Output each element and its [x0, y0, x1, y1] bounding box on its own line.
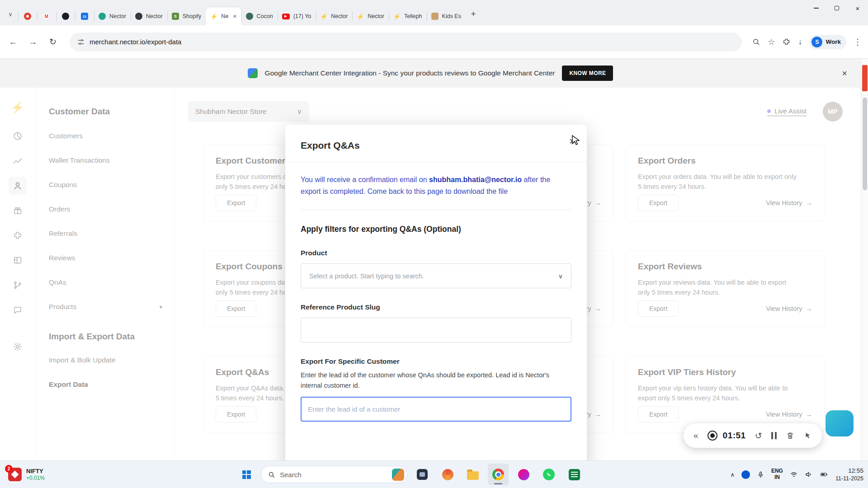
- tab-nector-4[interactable]: ⚡Nector: [352, 7, 389, 25]
- nector-teal-icon: [99, 13, 106, 20]
- kids-site-icon: [431, 13, 439, 20]
- taskbar-search[interactable]: Search: [261, 466, 407, 483]
- forward-button[interactable]: →: [26, 35, 40, 49]
- tab-nector-active[interactable]: ⚡Ne×: [206, 7, 241, 25]
- tab-tellephant[interactable]: ⚡Telleph: [389, 7, 427, 25]
- new-tab-button[interactable]: +: [466, 6, 481, 22]
- youtube-icon: [282, 14, 290, 19]
- window-maximize-button[interactable]: [826, 0, 847, 16]
- stocks-widget[interactable]: 2 NIFTY+0.01%: [5, 461, 48, 488]
- taskbar-app-file-explorer[interactable]: [462, 464, 483, 485]
- scrollbar-thumb[interactable]: [863, 98, 867, 190]
- window-close-button[interactable]: ×: [847, 0, 868, 16]
- stock-icon: 2: [8, 468, 22, 481]
- chatgpt-icon: [62, 13, 69, 20]
- search-highlight-image[interactable]: [392, 469, 404, 481]
- tab-nector-1[interactable]: Nector: [94, 7, 131, 25]
- tab-search-chevron-icon[interactable]: ∨: [3, 6, 18, 22]
- banner-close-icon[interactable]: ×: [842, 68, 847, 79]
- recorder-collapse-icon[interactable]: «: [693, 431, 698, 441]
- address-bar[interactable]: merchant.nector.io/export-data: [70, 33, 742, 52]
- recorder-restart-icon[interactable]: ↺: [755, 431, 762, 441]
- calendar-icon: 11: [81, 13, 88, 20]
- pinned-tab-calendar[interactable]: 11: [75, 7, 94, 25]
- tab-label: Ne: [221, 13, 228, 19]
- reference-slug-input[interactable]: [301, 318, 571, 343]
- modal-title: Export Q&As: [301, 140, 571, 151]
- gmc-icon: [248, 68, 258, 78]
- tab-nector-3[interactable]: ⚡Nector: [316, 7, 352, 25]
- windows-taskbar: 2 NIFTY+0.01% Search ∧ ENGIN: [0, 460, 868, 488]
- browser-menu-icon[interactable]: ⋮: [854, 37, 862, 47]
- nector-bolt-icon: ⚡: [320, 13, 327, 20]
- recorder-cursor-icon[interactable]: [804, 432, 812, 440]
- browser-profile-chip[interactable]: S Work: [809, 35, 846, 49]
- extensions-puzzle-icon[interactable]: [782, 38, 791, 46]
- tray-edge-icon[interactable]: [741, 470, 750, 479]
- desktop-screen: ∨ M 11 Nector Nector SShopify ⚡Ne× Cocon…: [0, 0, 868, 488]
- site-settings-icon[interactable]: [77, 38, 85, 46]
- tab-close-icon[interactable]: ×: [233, 13, 236, 20]
- page-scrollbar[interactable]: [861, 59, 868, 460]
- page-content: Google Merchant Center Integration - Syn…: [0, 59, 868, 460]
- filters-heading: Apply filters for exporting Q&As (Option…: [301, 225, 571, 234]
- tab-label: Kids Es: [442, 13, 461, 19]
- taskbar-app-excel[interactable]: [564, 464, 585, 485]
- tab-label: Shopify: [183, 13, 202, 19]
- product-select-placeholder: Select a product. Start typing to search…: [309, 272, 424, 280]
- system-tray: ∧ ENGIN 12:5511-11-2025: [730, 461, 863, 488]
- battery-icon[interactable]: [820, 470, 829, 479]
- product-label: Product: [301, 249, 571, 257]
- record-stop-button[interactable]: [708, 431, 717, 441]
- profile-name: Work: [826, 38, 841, 45]
- tab-shopify[interactable]: SShopify: [167, 7, 206, 25]
- tab-label: Telleph: [404, 13, 422, 19]
- recorder-extension-icon: [24, 13, 31, 20]
- volume-icon[interactable]: [805, 470, 813, 479]
- pinned-tab-chatgpt[interactable]: [56, 7, 75, 25]
- chat-launcher[interactable]: [826, 410, 854, 436]
- back-button[interactable]: ←: [6, 35, 20, 49]
- recorder-delete-icon[interactable]: [786, 431, 795, 440]
- know-more-button[interactable]: KNOW MORE: [562, 66, 613, 81]
- window-minimize-button[interactable]: [806, 0, 826, 16]
- taskbar-app-taskview[interactable]: [412, 464, 433, 485]
- notification-badge: 2: [5, 465, 13, 473]
- taskbar-center: Search: [236, 461, 585, 488]
- search-placeholder: Search: [280, 471, 387, 479]
- start-button[interactable]: [236, 464, 256, 485]
- specific-customer-label: Export For Specific Customer: [301, 357, 571, 366]
- taskbar-app-chrome[interactable]: [488, 464, 509, 485]
- downloads-icon[interactable]: ↓: [798, 37, 802, 47]
- search-lens-icon[interactable]: [752, 38, 760, 46]
- tab-nector-2[interactable]: Nector: [131, 7, 167, 25]
- export-qas-modal: Export Q&As × You will receive a confirm…: [285, 125, 587, 460]
- language-indicator[interactable]: ENGIN: [771, 468, 783, 481]
- wifi-icon[interactable]: [790, 470, 798, 479]
- browser-tabstrip: ∨ M 11 Nector Nector SShopify ⚡Ne× Cocon…: [0, 0, 868, 25]
- taskbar-clock[interactable]: 12:5511-11-2025: [835, 467, 863, 482]
- reference-slug-label: Reference Product Slug: [301, 303, 571, 311]
- bookmark-star-icon[interactable]: ☆: [768, 37, 775, 47]
- recorder-pause-icon[interactable]: [771, 432, 777, 439]
- taskbar-app-whatsapp[interactable]: [538, 464, 559, 485]
- gmail-icon: M: [43, 13, 50, 20]
- windows-logo-icon: [242, 470, 251, 479]
- tab-youtube[interactable]: (17) Yo: [278, 7, 316, 25]
- product-select[interactable]: Select a product. Start typing to search…: [301, 263, 571, 288]
- lead-id-help-text: Enter the lead id of the customer whose …: [301, 370, 566, 390]
- tab-kids[interactable]: Kids Es: [427, 7, 466, 25]
- gmc-banner: Google Merchant Center Integration - Syn…: [0, 59, 861, 88]
- tab-coconut[interactable]: Cocon: [241, 7, 278, 25]
- tray-chevron-up-icon[interactable]: ∧: [730, 471, 735, 478]
- pinned-tab-gmail[interactable]: M: [37, 7, 56, 25]
- microphone-icon[interactable]: [757, 471, 764, 479]
- pinned-tab-recorder[interactable]: [18, 7, 37, 25]
- tab-label: Nector: [331, 13, 348, 19]
- browser-navbar: ← → ↻ merchant.nector.io/export-data ☆ ↓…: [0, 25, 868, 59]
- chevron-down-icon: ∨: [558, 272, 563, 280]
- taskbar-app-copilot[interactable]: [437, 464, 458, 485]
- taskbar-app-photos[interactable]: [513, 464, 534, 485]
- lead-id-input[interactable]: [301, 397, 571, 422]
- reload-button[interactable]: ↻: [46, 35, 60, 49]
